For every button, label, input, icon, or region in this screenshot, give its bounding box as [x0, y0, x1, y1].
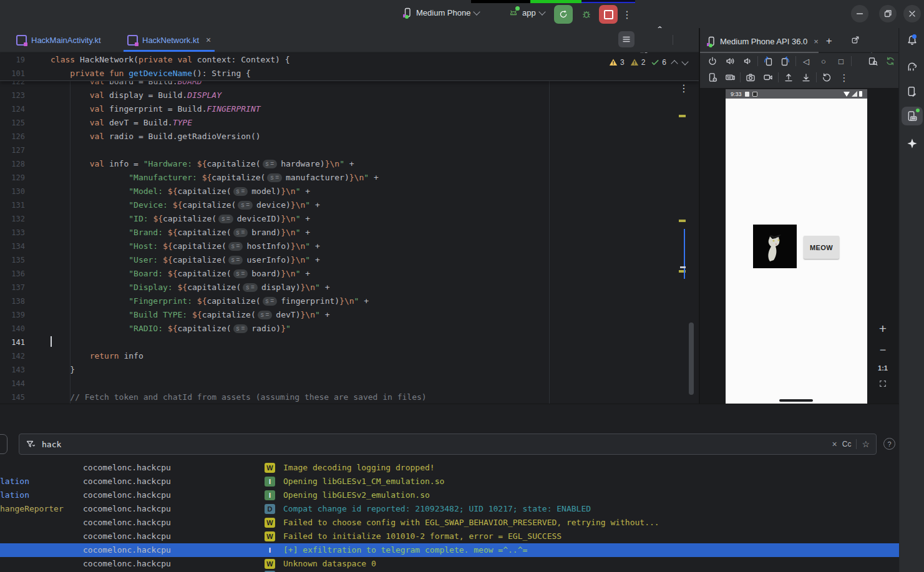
volume-down-icon[interactable] — [740, 54, 755, 69]
line-number[interactable]: 126 — [0, 130, 25, 143]
line-number[interactable]: 123 — [0, 89, 25, 102]
line-number[interactable]: 142 — [0, 349, 25, 363]
line-number[interactable]: 125 — [0, 116, 25, 130]
back-icon[interactable]: ◁ — [799, 54, 814, 69]
screen-record-icon[interactable] — [761, 70, 776, 85]
gemini-ai-icon[interactable] — [902, 134, 923, 153]
meow-button[interactable]: MEOW — [804, 236, 839, 259]
line-number[interactable]: 131 — [0, 198, 25, 212]
inspections-widget[interactable]: 3 2 6 — [606, 57, 690, 68]
log-row[interactable]: lationcocomelonc.hackcpuIOpening libGLES… — [0, 475, 899, 488]
power-icon[interactable] — [705, 54, 720, 69]
code-line[interactable]: 144 — [0, 377, 699, 390]
zoom-in-icon[interactable]: + — [879, 321, 887, 336]
window-maximize-button[interactable] — [879, 5, 897, 22]
log-row[interactable]: hangeReportercocomelonc.hackcpuDCompat c… — [0, 502, 899, 516]
window-minimize-button[interactable] — [851, 5, 868, 22]
code-line[interactable]: 101 private fun getDeviceName(): String … — [0, 67, 699, 80]
install-apk-icon[interactable] — [799, 70, 814, 85]
refresh-device-icon[interactable] — [883, 54, 898, 69]
code-line[interactable]: 130 "Model: ${capitalize(s =model)}\n" + — [0, 185, 699, 198]
line-number[interactable]: 127 — [0, 143, 25, 157]
code-line[interactable]: 124 val fingerprint = Build.FINGERPRINT — [0, 102, 699, 116]
filter-funnel-icon[interactable] — [26, 439, 36, 449]
code-line[interactable]: 135 "User: ${capitalize(s =userInfo)}\n"… — [0, 253, 699, 267]
gradle-tool-icon[interactable] — [902, 57, 923, 76]
line-number[interactable]: 124 — [0, 102, 25, 116]
code-line[interactable]: 133 "Brand: ${capitalize(s =brand)}\n" + — [0, 226, 699, 240]
code-line[interactable]: 143 } — [0, 363, 699, 377]
line-number[interactable]: 137 — [0, 281, 25, 294]
gesture-bar[interactable] — [779, 399, 813, 402]
screenshot-icon[interactable] — [743, 70, 758, 85]
line-number[interactable]: 143 — [0, 363, 25, 377]
code-line[interactable]: 132 "ID: ${capitalize(s =deviceID)}\n" + — [0, 212, 699, 226]
code-line[interactable]: 136 "Board: ${capitalize(s =board)}\n" + — [0, 267, 699, 281]
tab-close-icon[interactable]: × — [206, 35, 211, 45]
emulator-screen[interactable]: 9:33 MEOW — [726, 89, 867, 404]
overview-icon[interactable]: □ — [834, 54, 849, 69]
log-row[interactable]: lationcocomelonc.hackcpuIOpening libGLES… — [0, 488, 899, 502]
line-number[interactable]: 101 — [0, 67, 25, 80]
code-line[interactable]: 123 val display = Build.DISPLAY — [0, 89, 699, 102]
next-problem-icon[interactable] — [681, 58, 688, 65]
code-line[interactable]: 140 "RADIO: ${capitalize(s =radio)}" — [0, 322, 699, 336]
favorite-filter-icon[interactable]: ☆ — [862, 439, 870, 449]
line-number[interactable]: 138 — [0, 294, 25, 308]
rerun-button[interactable] — [554, 5, 573, 24]
code-line[interactable]: 126 val radio = Build.getRadioVersion() — [0, 130, 699, 143]
code-editor[interactable]: 122 val board = Build.BOARD123 val displ… — [0, 75, 699, 404]
line-number[interactable]: 128 — [0, 157, 25, 171]
match-case-toggle[interactable]: Cc — [842, 440, 852, 448]
device-settings-icon[interactable] — [705, 70, 720, 85]
rotate-right-icon[interactable] — [778, 54, 793, 69]
code-line[interactable]: 141 — [0, 336, 699, 349]
line-number[interactable]: 145 — [0, 390, 25, 404]
line-number[interactable]: 139 — [0, 308, 25, 322]
line-number[interactable]: 133 — [0, 226, 25, 240]
debug-button[interactable] — [577, 5, 596, 24]
tab-hackmainactivity[interactable]: HackMainActivity.kt — [9, 28, 109, 52]
extended-controls-icon[interactable]: ⋮ — [837, 70, 852, 85]
prev-problem-icon[interactable] — [671, 60, 678, 67]
volume-up-icon[interactable] — [722, 54, 737, 69]
code-line[interactable]: 142 return info — [0, 349, 699, 363]
zoom-to-fit-icon[interactable] — [878, 379, 887, 388]
more-actions-menu[interactable]: ⋮ — [619, 6, 635, 22]
line-number[interactable]: 132 — [0, 212, 25, 226]
upload-icon[interactable] — [781, 70, 796, 85]
log-row[interactable]: cocomelonc.hackcpuWImage decoding loggin… — [0, 461, 899, 475]
code-line[interactable]: 134 "Host: ${capitalize(s =hostInfo)}\n"… — [0, 240, 699, 253]
line-number[interactable]: 130 — [0, 185, 25, 198]
line-number[interactable]: 136 — [0, 267, 25, 281]
line-number[interactable]: 129 — [0, 171, 25, 185]
line-number[interactable]: 135 — [0, 253, 25, 267]
zoom-reset-button[interactable]: 1:1 — [878, 364, 888, 372]
code-line[interactable]: 128 val info = "Hardware: ${capitalize(s… — [0, 157, 699, 171]
help-icon[interactable]: ? — [883, 438, 895, 450]
code-line[interactable]: 145 // Fetch token and chatId from asset… — [0, 390, 699, 404]
device-selector-dropdown[interactable]: Medium Phone — [402, 7, 479, 17]
add-device-tab-icon[interactable]: + — [826, 35, 832, 47]
device-manager-icon[interactable] — [902, 82, 923, 101]
sticky-header-lines[interactable]: 19class HackNetwork(private val context:… — [0, 53, 699, 81]
log-row[interactable]: cocomelonc.hackcpuWFailed to initialize … — [0, 530, 899, 543]
log-row[interactable]: cocomelonc.hackcpuI[+] exfiltration to t… — [0, 543, 899, 557]
line-number[interactable]: 19 — [0, 53, 25, 67]
reset-icon[interactable] — [819, 70, 834, 85]
window-close-button[interactable] — [903, 5, 921, 22]
hardware-input-icon[interactable] — [722, 70, 737, 85]
code-line[interactable]: 138 "Fingerprint: ${capitalize(s =finger… — [0, 294, 699, 308]
line-number[interactable]: 141 — [0, 336, 25, 349]
code-line[interactable]: 131 "Device: ${capitalize(s =device)}\n"… — [0, 198, 699, 212]
tab-close-icon[interactable]: × — [814, 37, 819, 46]
open-in-window-icon[interactable] — [847, 32, 863, 48]
log-row[interactable]: cocomelonc.hackcpuWFailed to choose conf… — [0, 516, 899, 530]
logcat-filter-input[interactable] — [41, 439, 827, 450]
clear-filter-icon[interactable]: × — [832, 439, 837, 449]
rotate-left-icon[interactable] — [761, 54, 776, 69]
line-number[interactable]: 140 — [0, 322, 25, 336]
code-line[interactable]: 139 "Build TYPE: ${capitalize(s =devT)}\… — [0, 308, 699, 322]
running-devices-tool-icon[interactable] — [902, 107, 923, 125]
editor-view-menu-icon[interactable] — [618, 31, 635, 47]
